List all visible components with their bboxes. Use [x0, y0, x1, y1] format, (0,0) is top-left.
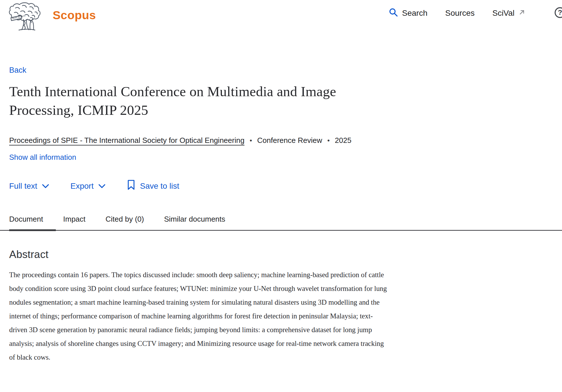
tab-impact[interactable]: Impact [63, 215, 98, 231]
document-title: Tenth International Conference on Multim… [9, 82, 390, 119]
search-icon [389, 8, 398, 19]
full-text-dropdown[interactable]: Full text [9, 182, 49, 191]
document-tabs: Document Impact Cited by (0) Similar doc… [9, 215, 562, 230]
document-meta-row: Proceedings of SPIE - The International … [9, 136, 390, 145]
nav-sources[interactable]: Sources [445, 9, 475, 18]
tab-document[interactable]: Document [9, 215, 56, 231]
elsevier-tree-logo: NON SOLUS [9, 2, 42, 33]
abstract-heading: Abstract [9, 249, 390, 261]
save-to-list-button[interactable]: Save to list [127, 180, 179, 192]
document-header-section: Back Tenth International Conference on M… [9, 34, 390, 192]
brand-name[interactable]: Scopus [53, 9, 96, 22]
meta-dot-separator: • [250, 137, 252, 145]
abstract-section: Abstract The proceedings contain 16 pape… [9, 249, 390, 364]
chevron-down-icon [98, 182, 106, 191]
scopus-document-page: NON SOLUS Scopus Search Sources SciVal [0, 0, 562, 364]
brand: NON SOLUS Scopus [9, 2, 96, 33]
back-link[interactable]: Back [9, 66, 26, 75]
full-text-label: Full text [9, 182, 37, 191]
svg-text:?: ? [558, 9, 562, 16]
top-header: NON SOLUS Scopus Search Sources SciVal [0, 0, 562, 34]
nav-sources-label: Sources [445, 9, 475, 18]
chevron-down-icon [42, 182, 49, 191]
nav-scival[interactable]: SciVal [492, 9, 525, 18]
publication-year: 2025 [335, 136, 352, 145]
source-title-link[interactable]: Proceedings of SPIE - The International … [9, 136, 244, 145]
meta-dot-separator: • [327, 137, 330, 145]
external-link-icon [518, 9, 525, 18]
document-actions: Full text Export [9, 180, 390, 192]
top-nav: Search Sources SciVal [389, 8, 525, 19]
tab-similar-documents[interactable]: Similar documents [164, 215, 238, 231]
bookmark-icon [127, 180, 135, 192]
export-dropdown[interactable]: Export [70, 182, 106, 191]
abstract-text: The proceedings contain 16 papers. The t… [9, 268, 390, 364]
document-tabs-bar: Document Impact Cited by (0) Similar doc… [0, 215, 562, 231]
show-all-information-link[interactable]: Show all information [9, 153, 76, 162]
tab-cited-by[interactable]: Cited by (0) [106, 215, 157, 231]
help-question-icon: ? [554, 7, 562, 20]
help-button[interactable]: ? [554, 7, 562, 20]
document-type: Conference Review [257, 136, 322, 145]
save-to-list-label: Save to list [140, 182, 179, 191]
nav-search[interactable]: Search [389, 8, 427, 19]
export-label: Export [70, 182, 94, 191]
nav-scival-label: SciVal [492, 9, 514, 18]
nav-search-label: Search [402, 9, 427, 18]
